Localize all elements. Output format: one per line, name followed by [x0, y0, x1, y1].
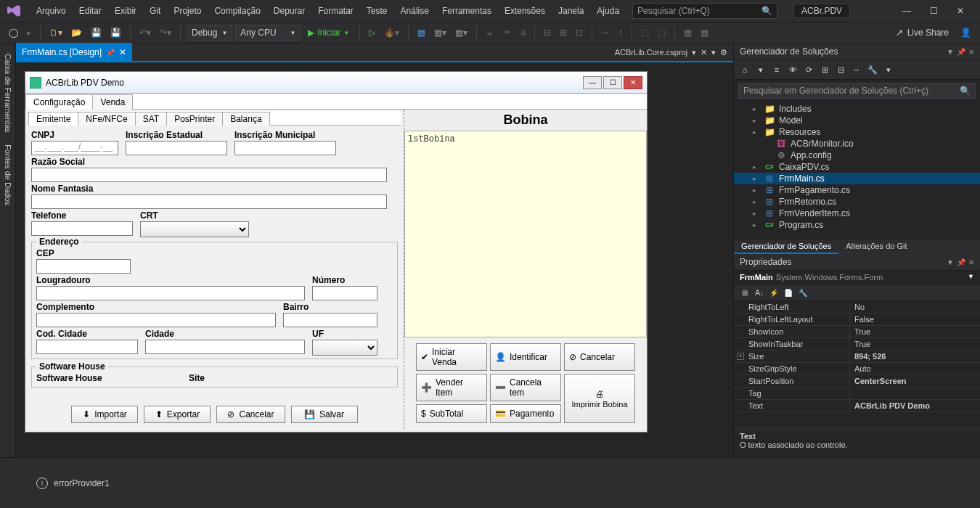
panel-close[interactable]: ✕	[968, 48, 974, 56]
align-btn-3[interactable]: ≡	[518, 26, 528, 39]
btn-salvar[interactable]: 💾Salvar	[291, 406, 358, 423]
menu-depurar[interactable]: Depurar	[268, 3, 311, 19]
wf-tab-config[interactable]: Configuração	[25, 94, 93, 110]
menu-teste[interactable]: Teste	[361, 3, 393, 19]
wf-subtab-sat[interactable]: SAT	[135, 112, 167, 126]
prop-tag[interactable]: Tag	[734, 388, 980, 400]
wf-subtab-emitente[interactable]: Emitente	[28, 112, 78, 126]
layout-btn-3[interactable]: ▦▾	[452, 26, 470, 39]
prop-startposition[interactable]: StartPositionCenterScreen	[734, 375, 980, 388]
inp-codcidade[interactable]	[36, 340, 138, 354]
menu-projeto[interactable]: Projeto	[168, 3, 207, 19]
btn-subtotal[interactable]: $SubTotal	[416, 404, 487, 423]
tab-sln-explorer[interactable]: Gerenciador de Soluções	[734, 239, 838, 254]
tree-item-model[interactable]: ▸📁Model	[734, 115, 980, 126]
inp-fantasia[interactable]	[31, 194, 387, 209]
props-object[interactable]: FrmMainSystem.Windows.Forms.Form ▼	[734, 271, 980, 284]
align-btn-6[interactable]: ⊡	[573, 26, 586, 39]
inp-complemento[interactable]	[36, 313, 276, 327]
inp-telefone[interactable]	[31, 221, 133, 236]
prop-sizegripstyle[interactable]: SizeGripStyleAuto	[734, 363, 980, 375]
menu-janela[interactable]: Janela	[552, 3, 589, 19]
tree-item-program-cs[interactable]: ▸C#Program.cs	[734, 219, 980, 231]
prop-righttoleft[interactable]: RightToLeftNo	[734, 301, 980, 314]
designer-surface[interactable]: ACBrLib PDV Demo — ☐ ✕ Configuração Vend…	[16, 62, 733, 457]
start-nodebug-button[interactable]: ▷	[366, 26, 378, 39]
toolbox-tab[interactable]: Caixa de Ferramentas	[2, 49, 14, 137]
menu-compilacao[interactable]: Compilação	[208, 3, 266, 19]
start-debug-button[interactable]: ▶Iniciar▼	[303, 26, 354, 39]
open-button[interactable]: 📂	[68, 26, 85, 39]
tree-item-includes[interactable]: ▸📁Includes	[734, 103, 980, 115]
prop-showicon[interactable]: ShowIconTrue	[734, 326, 980, 338]
nav-fwd-button[interactable]: ▸	[24, 26, 34, 39]
btn-cancelar[interactable]: ⊘Cancelar	[216, 406, 285, 423]
sln-tool-2[interactable]: ▾	[754, 63, 767, 76]
minimize-button[interactable]: —	[898, 4, 915, 17]
menu-editar[interactable]: Editar	[73, 3, 107, 19]
prop-showintaskbar[interactable]: ShowInTaskbarTrue	[734, 338, 980, 351]
btn-exportar[interactable]: ⬆Exportar	[144, 406, 211, 423]
props-cat-icon[interactable]: ⊞	[738, 287, 751, 298]
context-close[interactable]: ✕	[701, 48, 707, 57]
project-name-display[interactable]: ACBr.PDV	[793, 4, 850, 18]
maximize-button[interactable]: ☐	[926, 4, 942, 17]
save-all-button[interactable]: 💾	[107, 26, 124, 39]
menu-git[interactable]: Git	[144, 3, 166, 19]
order-btn-1[interactable]: ⬚	[638, 26, 652, 39]
prop-text[interactable]: TextACBrLib PDV Demo	[734, 400, 980, 412]
menu-exibir[interactable]: Exibir	[109, 3, 142, 19]
platform-dropdown[interactable]: Any CPU▼	[235, 25, 301, 41]
inp-bairro[interactable]	[283, 313, 377, 327]
btn-vender-item[interactable]: ➕Vender Item	[416, 374, 487, 401]
datasources-tab[interactable]: Fontes de Dados	[2, 140, 14, 210]
save-button[interactable]: 💾	[88, 26, 105, 39]
context-more[interactable]: ▾	[711, 48, 716, 57]
props-tool-5[interactable]: 🔧	[796, 287, 809, 298]
sel-uf[interactable]	[312, 340, 377, 356]
prop-righttoleftlayout[interactable]: RightToLeftLayoutFalse	[734, 314, 980, 326]
props-az-icon[interactable]: A↓	[753, 287, 766, 298]
menu-analise[interactable]: Análise	[395, 3, 435, 19]
close-tab-icon[interactable]: ✕	[119, 47, 126, 57]
tree-item-frmmain-cs[interactable]: ▸⊞FrmMain.cs	[734, 173, 980, 184]
wf-min-button[interactable]: —	[583, 76, 602, 89]
align-btn-2[interactable]: ⫧	[500, 26, 515, 39]
panel-pin[interactable]: 📌	[957, 48, 965, 56]
tray-item-errorprovider[interactable]: errorProvider1	[54, 478, 110, 488]
menu-ajuda[interactable]: Ajuda	[591, 3, 625, 19]
props-prop-icon[interactable]: 📄	[782, 287, 795, 298]
inp-cidade[interactable]	[145, 340, 305, 354]
inp-cep[interactable]	[36, 259, 131, 274]
tree-item-frmpagamento-cs[interactable]: ▸⊞FrmPagamento.cs	[734, 184, 980, 196]
sln-tool-10[interactable]: ▾	[882, 63, 895, 76]
sln-tool-4[interactable]: 👁	[786, 63, 799, 76]
panel-pin[interactable]: 📌	[957, 258, 965, 266]
props-grid[interactable]: RightToLeftNoRightToLeftLayoutFalseShowI…	[734, 301, 980, 428]
sln-search[interactable]: Pesquisar em Gerenciador de Soluções (Ct…	[738, 83, 976, 99]
props-events-icon[interactable]: ⚡	[767, 287, 780, 298]
inp-im[interactable]	[234, 141, 336, 155]
hot-reload-button[interactable]: 🔥▾	[381, 26, 402, 39]
inp-logradouro[interactable]	[36, 286, 305, 300]
wf-subtab-balanca[interactable]: Balança	[222, 112, 269, 126]
gear-icon[interactable]: ⚙	[720, 48, 727, 57]
misc-btn-1[interactable]: ▦	[681, 26, 695, 39]
global-search[interactable]: Pesquisar (Ctrl+Q) 🔍	[632, 3, 777, 19]
inp-numero[interactable]	[312, 286, 377, 300]
menu-arquivo[interactable]: Arquivo	[30, 3, 72, 19]
tree-item-frmretorno-cs[interactable]: ▸⊞FrmRetorno.cs	[734, 196, 980, 208]
inp-cnpj[interactable]: __.___.___/____-__	[31, 141, 118, 155]
winform-preview[interactable]: ACBrLib PDV Demo — ☐ ✕ Configuração Vend…	[25, 71, 648, 433]
prop-size[interactable]: +Size894; 526	[734, 351, 980, 363]
align-btn-1[interactable]: ⫨	[483, 26, 497, 39]
tree-item-caixapdv-cs[interactable]: ▸C#CaixaPDV.cs	[734, 161, 980, 173]
sln-tool-9[interactable]: 🔧	[866, 63, 879, 76]
sln-tool-8[interactable]: ↔	[850, 63, 863, 76]
btn-cancelar-venda[interactable]: ⊘Cancelar	[564, 343, 635, 371]
doc-tab-frmmain[interactable]: FrmMain.cs [Design] 📌 ✕	[16, 43, 132, 62]
sln-tool-3[interactable]: ≡	[770, 63, 783, 76]
btn-importar[interactable]: ⬇Importar	[71, 406, 138, 423]
btn-iniciar-venda[interactable]: ✔Iniciar Venda	[416, 343, 487, 371]
bobina-list[interactable]: lstBobina	[404, 131, 647, 337]
